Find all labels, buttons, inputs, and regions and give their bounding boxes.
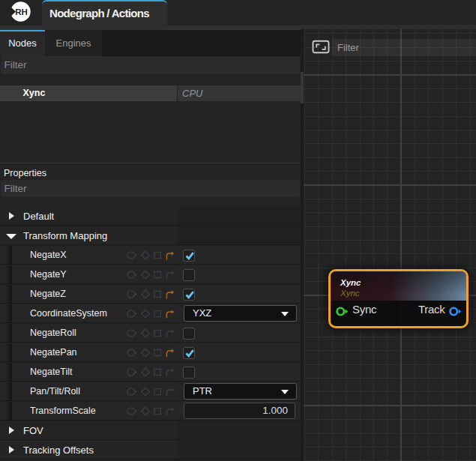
svg-text:RH: RH — [15, 7, 28, 16]
